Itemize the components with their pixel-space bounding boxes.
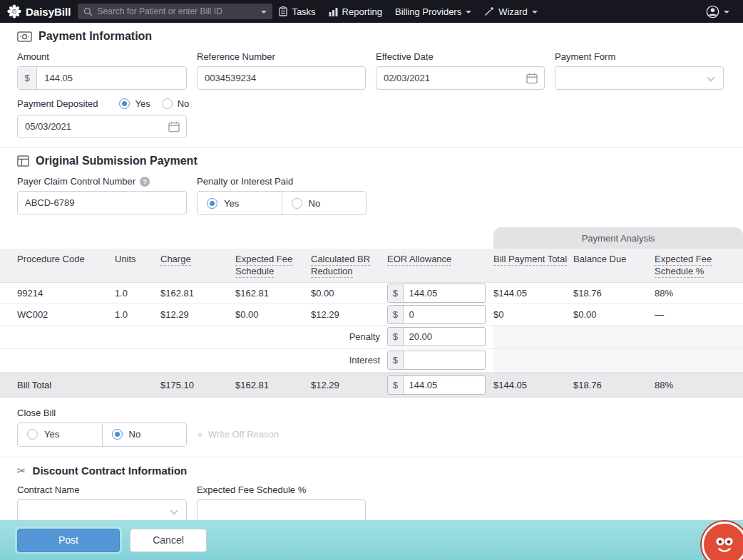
write-off-reason-link[interactable]: + Write Off Reason bbox=[197, 428, 279, 440]
total-charge: $175.10 bbox=[160, 380, 235, 390]
calendar-icon[interactable] bbox=[168, 121, 180, 133]
header-charge: Charge bbox=[160, 254, 235, 266]
currency-prefix: $ bbox=[18, 67, 37, 89]
clipboard-icon bbox=[279, 6, 287, 16]
total-expected-fee-schedule: $162.81 bbox=[235, 380, 311, 390]
total-eor-allowance-input[interactable] bbox=[404, 380, 485, 390]
currency-prefix: $ bbox=[388, 328, 404, 346]
deposited-yes-option[interactable]: Yes bbox=[119, 98, 150, 109]
penalty-row: Penalty $ bbox=[0, 326, 743, 349]
interest-input[interactable] bbox=[404, 355, 485, 365]
amount-input[interactable] bbox=[37, 67, 186, 89]
payment-form-field-group: Payment Form bbox=[555, 51, 724, 90]
nav-item-wizard[interactable]: Wizard bbox=[478, 0, 543, 23]
contract-name-label: Contract Name bbox=[17, 484, 187, 495]
header-balance-due: Balance Due bbox=[573, 254, 655, 266]
cell-calculated-br-reduction: $12.29 bbox=[311, 309, 387, 320]
cell-expected-fee-schedule-pct: — bbox=[655, 309, 743, 320]
close-bill-yes-option[interactable]: Yes bbox=[18, 423, 102, 446]
table-row: 99214 1.0 $162.81 $162.81 $0.00 $ $144.0… bbox=[0, 283, 743, 304]
chevron-down-icon bbox=[466, 11, 471, 14]
amount-field-group: Amount $ bbox=[17, 51, 187, 90]
interest-row: Interest $ bbox=[0, 349, 743, 373]
cell-calculated-br-reduction: $0.00 bbox=[311, 288, 387, 299]
global-search[interactable] bbox=[78, 4, 272, 19]
calendar-icon[interactable] bbox=[526, 73, 538, 84]
table-header-row: Procedure Code Units Charge Expected Fee… bbox=[0, 249, 743, 283]
radio-yes[interactable] bbox=[207, 198, 217, 209]
chevron-down-icon bbox=[707, 73, 714, 81]
plus-icon: + bbox=[197, 428, 203, 440]
expected-fee-pct-label: Expected Fee Schedule % bbox=[197, 484, 366, 495]
radio-no[interactable] bbox=[292, 198, 302, 209]
cell-bill-payment-total: $0 bbox=[493, 309, 573, 320]
search-dropdown-icon[interactable] bbox=[261, 11, 267, 14]
effective-date-input[interactable] bbox=[376, 67, 544, 89]
radio-no[interactable] bbox=[112, 429, 123, 440]
cell-expected-fee-schedule: $162.81 bbox=[235, 288, 311, 299]
brand-name: DaisyBill bbox=[26, 6, 71, 18]
brand-logo[interactable]: DaisyBill bbox=[7, 4, 71, 19]
search-input[interactable] bbox=[97, 6, 257, 16]
radio-yes[interactable] bbox=[27, 429, 38, 440]
radio-no[interactable] bbox=[162, 98, 173, 109]
payment-information-title: Payment Information bbox=[17, 30, 726, 43]
deposited-date-input[interactable] bbox=[18, 115, 186, 138]
scissors-icon: ✂ bbox=[17, 465, 26, 477]
total-calculated-br-reduction: $12.29 bbox=[311, 380, 387, 390]
deposited-date-field bbox=[17, 115, 187, 138]
penalty-interest-yes-option[interactable]: Yes bbox=[198, 192, 282, 214]
deposited-no-option[interactable]: No bbox=[162, 98, 190, 109]
currency-prefix: $ bbox=[388, 351, 404, 369]
interest-input-group: $ bbox=[387, 351, 486, 370]
penalty-interest-no-option[interactable]: No bbox=[282, 192, 367, 214]
cell-units: 1.0 bbox=[115, 309, 160, 320]
table-row: WC002 1.0 $12.29 $0.00 $12.29 $ $0 $0.00… bbox=[0, 304, 743, 326]
close-bill-radio-group: Yes No bbox=[17, 422, 187, 447]
bill-total-label: Bill Total bbox=[0, 380, 115, 390]
penalty-label: Penalty bbox=[0, 331, 387, 342]
header-expected-fee-schedule: Expected Fee Schedule bbox=[235, 254, 311, 278]
reference-number-input[interactable] bbox=[198, 67, 365, 89]
payment-table: Payment Analysis Procedure Code Units Ch… bbox=[0, 249, 743, 398]
post-button[interactable]: Post bbox=[17, 529, 120, 552]
total-bill-payment-total: $144.05 bbox=[493, 380, 573, 390]
table-grid-icon bbox=[17, 155, 29, 167]
chevron-down-icon bbox=[532, 11, 538, 14]
cell-balance-due: $18.76 bbox=[573, 288, 655, 299]
cell-procedure-code: WC002 bbox=[0, 309, 115, 320]
penalty-input[interactable] bbox=[404, 331, 485, 342]
payment-analysis-empty-area bbox=[493, 326, 743, 348]
close-bill-no-option[interactable]: No bbox=[102, 423, 187, 446]
cancel-button[interactable]: Cancel bbox=[130, 529, 207, 552]
nav-label-billing-providers: Billing Providers bbox=[395, 6, 461, 17]
chat-widget-button[interactable] bbox=[702, 522, 743, 560]
nav-item-tasks[interactable]: Tasks bbox=[272, 0, 322, 23]
nav-label-tasks: Tasks bbox=[292, 6, 315, 17]
expected-fee-pct-input[interactable] bbox=[198, 500, 365, 522]
payment-deposited-label: Payment Deposited bbox=[17, 98, 98, 109]
chevron-down-icon bbox=[170, 507, 178, 514]
nav-item-reporting[interactable]: Reporting bbox=[322, 0, 389, 23]
help-icon[interactable]: ? bbox=[140, 177, 150, 187]
daisy-logo-icon bbox=[7, 4, 21, 19]
nav-item-billing-providers[interactable]: Billing Providers bbox=[389, 0, 478, 23]
header-units: Units bbox=[115, 254, 160, 266]
cell-bill-payment-total: $144.05 bbox=[493, 288, 573, 299]
currency-prefix: $ bbox=[388, 306, 404, 323]
eor-allowance-input[interactable] bbox=[404, 288, 485, 299]
section-divider bbox=[0, 147, 743, 147]
payment-form-select[interactable] bbox=[555, 66, 724, 90]
magic-wand-icon bbox=[484, 6, 494, 16]
radio-yes[interactable] bbox=[119, 98, 130, 109]
contract-name-select[interactable] bbox=[17, 499, 187, 523]
effective-date-field-group: Effective Date bbox=[376, 51, 545, 90]
payer-claim-input[interactable] bbox=[18, 192, 186, 214]
cell-units: 1.0 bbox=[115, 288, 160, 299]
search-icon bbox=[83, 7, 93, 16]
account-menu[interactable] bbox=[700, 0, 736, 23]
eor-allowance-input[interactable] bbox=[404, 309, 485, 320]
payer-claim-field-group: Payer Claim Control Number? bbox=[17, 176, 187, 215]
contract-name-field-group: Contract Name bbox=[17, 484, 187, 523]
top-navbar: DaisyBill Tasks Reporting Billing bbox=[0, 0, 743, 23]
